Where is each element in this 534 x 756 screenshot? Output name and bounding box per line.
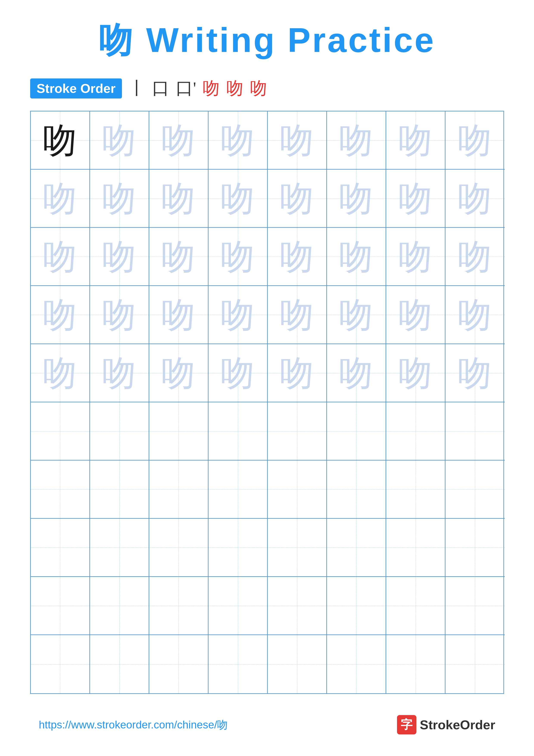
grid-row-9 bbox=[31, 577, 503, 635]
title-char: 吻 bbox=[99, 21, 135, 59]
grid-cell-7-8 bbox=[445, 461, 505, 519]
stroke-step-6: 吻 bbox=[250, 77, 267, 100]
char-display: 吻 bbox=[398, 298, 433, 332]
stroke-step-1: 丨 bbox=[128, 77, 146, 100]
grid-cell-8-6 bbox=[327, 519, 386, 577]
grid-cell-2-6: 吻 bbox=[327, 170, 386, 228]
char-display: 吻 bbox=[280, 181, 314, 216]
grid-cell-4-2: 吻 bbox=[90, 286, 149, 344]
char-display: 吻 bbox=[161, 123, 196, 157]
char-display: 吻 bbox=[280, 239, 314, 274]
grid-cell-9-1 bbox=[31, 577, 90, 635]
grid-cell-1-1: 吻 bbox=[31, 111, 90, 170]
char-display: 吻 bbox=[280, 298, 314, 332]
char-display: 吻 bbox=[398, 123, 433, 157]
char-display: 吻 bbox=[43, 123, 77, 157]
grid-cell-5-8: 吻 bbox=[445, 344, 505, 402]
grid-cell-8-1 bbox=[31, 519, 90, 577]
grid-row-5: 吻 吻 吻 吻 吻 吻 吻 吻 bbox=[31, 344, 503, 402]
char-display: 吻 bbox=[220, 181, 255, 216]
grid-cell-3-1: 吻 bbox=[31, 228, 90, 286]
grid-row-2: 吻 吻 吻 吻 吻 吻 吻 吻 bbox=[31, 170, 503, 228]
char-display: 吻 bbox=[339, 356, 373, 390]
practice-grid: 吻 吻 吻 吻 吻 吻 吻 吻 吻 吻 吻 吻 吻 吻 吻 吻 吻 吻 吻 吻 … bbox=[30, 111, 504, 694]
char-display: 吻 bbox=[339, 239, 373, 274]
grid-cell-6-6 bbox=[327, 402, 386, 461]
char-display: 吻 bbox=[161, 356, 196, 390]
grid-cell-4-6: 吻 bbox=[327, 286, 386, 344]
grid-cell-9-8 bbox=[445, 577, 505, 635]
grid-cell-1-3: 吻 bbox=[149, 111, 209, 170]
char-display: 吻 bbox=[458, 123, 492, 157]
grid-cell-7-6 bbox=[327, 461, 386, 519]
grid-cell-6-7 bbox=[386, 402, 445, 461]
title-area: 吻 Writing Practice bbox=[99, 17, 436, 64]
char-display: 吻 bbox=[280, 123, 314, 157]
grid-cell-1-5: 吻 bbox=[268, 111, 327, 170]
grid-cell-7-3 bbox=[149, 461, 209, 519]
grid-cell-3-6: 吻 bbox=[327, 228, 386, 286]
grid-cell-2-8: 吻 bbox=[445, 170, 505, 228]
grid-cell-6-8 bbox=[445, 402, 505, 461]
char-display: 吻 bbox=[102, 298, 137, 332]
char-display: 吻 bbox=[102, 123, 137, 157]
grid-cell-5-6: 吻 bbox=[327, 344, 386, 402]
grid-cell-10-4 bbox=[209, 635, 268, 693]
grid-cell-9-3 bbox=[149, 577, 209, 635]
char-display: 吻 bbox=[398, 356, 433, 390]
footer: https://www.strokeorder.com/chinese/吻 字 … bbox=[0, 715, 534, 735]
grid-cell-8-3 bbox=[149, 519, 209, 577]
char-display: 吻 bbox=[339, 298, 373, 332]
char-display: 吻 bbox=[398, 181, 433, 216]
grid-cell-4-5: 吻 bbox=[268, 286, 327, 344]
stroke-order-row: Stroke Order 丨 口 口' 吻 吻 吻 bbox=[30, 77, 504, 100]
char-display: 吻 bbox=[280, 356, 314, 390]
char-display: 吻 bbox=[161, 239, 196, 274]
grid-cell-5-5: 吻 bbox=[268, 344, 327, 402]
grid-cell-10-8 bbox=[445, 635, 505, 693]
stroke-order-badge: Stroke Order bbox=[30, 78, 122, 98]
grid-cell-9-7 bbox=[386, 577, 445, 635]
grid-cell-2-3: 吻 bbox=[149, 170, 209, 228]
char-display: 吻 bbox=[161, 298, 196, 332]
footer-brand: 字 StrokeOrder bbox=[397, 715, 495, 735]
grid-cell-5-2: 吻 bbox=[90, 344, 149, 402]
grid-cell-5-7: 吻 bbox=[386, 344, 445, 402]
grid-cell-3-8: 吻 bbox=[445, 228, 505, 286]
grid-cell-10-7 bbox=[386, 635, 445, 693]
footer-url[interactable]: https://www.strokeorder.com/chinese/吻 bbox=[39, 717, 228, 732]
char-display: 吻 bbox=[43, 298, 77, 332]
grid-cell-1-6: 吻 bbox=[327, 111, 386, 170]
grid-cell-8-5 bbox=[268, 519, 327, 577]
char-display: 吻 bbox=[458, 356, 492, 390]
grid-cell-10-3 bbox=[149, 635, 209, 693]
char-display: 吻 bbox=[339, 181, 373, 216]
char-display: 吻 bbox=[220, 356, 255, 390]
page-title: 吻 Writing Practice bbox=[99, 17, 436, 64]
grid-cell-2-7: 吻 bbox=[386, 170, 445, 228]
grid-cell-1-7: 吻 bbox=[386, 111, 445, 170]
grid-cell-9-4 bbox=[209, 577, 268, 635]
grid-cell-9-6 bbox=[327, 577, 386, 635]
grid-cell-10-6 bbox=[327, 635, 386, 693]
grid-cell-7-2 bbox=[90, 461, 149, 519]
grid-cell-2-5: 吻 bbox=[268, 170, 327, 228]
grid-cell-3-5: 吻 bbox=[268, 228, 327, 286]
grid-cell-8-4 bbox=[209, 519, 268, 577]
grid-cell-9-5 bbox=[268, 577, 327, 635]
grid-cell-6-4 bbox=[209, 402, 268, 461]
grid-cell-1-2: 吻 bbox=[90, 111, 149, 170]
grid-cell-4-7: 吻 bbox=[386, 286, 445, 344]
grid-cell-5-1: 吻 bbox=[31, 344, 90, 402]
grid-cell-4-8: 吻 bbox=[445, 286, 505, 344]
stroke-step-3: 口' bbox=[176, 77, 196, 100]
char-display: 吻 bbox=[43, 356, 77, 390]
grid-cell-5-3: 吻 bbox=[149, 344, 209, 402]
grid-cell-10-1 bbox=[31, 635, 90, 693]
brand-name: StrokeOrder bbox=[420, 717, 495, 732]
grid-cell-5-4: 吻 bbox=[209, 344, 268, 402]
grid-cell-3-3: 吻 bbox=[149, 228, 209, 286]
brand-icon: 字 bbox=[397, 715, 417, 735]
grid-row-7 bbox=[31, 461, 503, 519]
stroke-step-4: 吻 bbox=[203, 77, 220, 100]
